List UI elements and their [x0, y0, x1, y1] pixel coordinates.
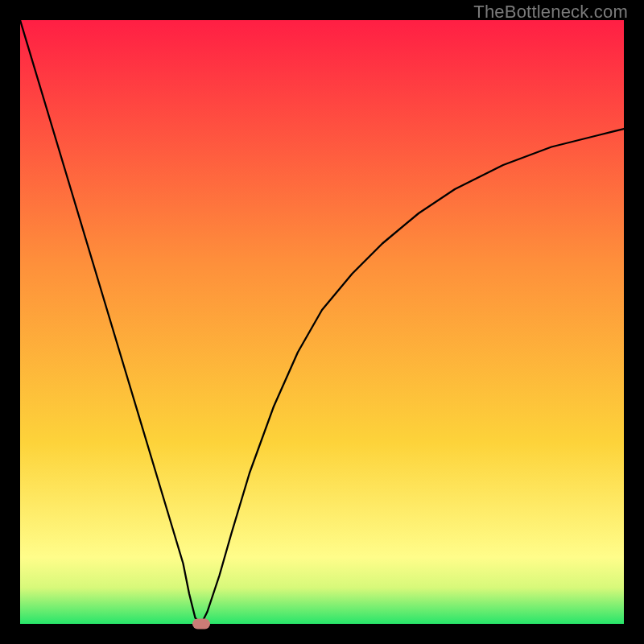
- chart-svg: [20, 20, 624, 624]
- optimal-marker: [192, 619, 210, 630]
- chart-frame: TheBottleneck.com: [0, 0, 644, 644]
- watermark-text: TheBottleneck.com: [473, 2, 628, 23]
- plot-area: [20, 20, 624, 624]
